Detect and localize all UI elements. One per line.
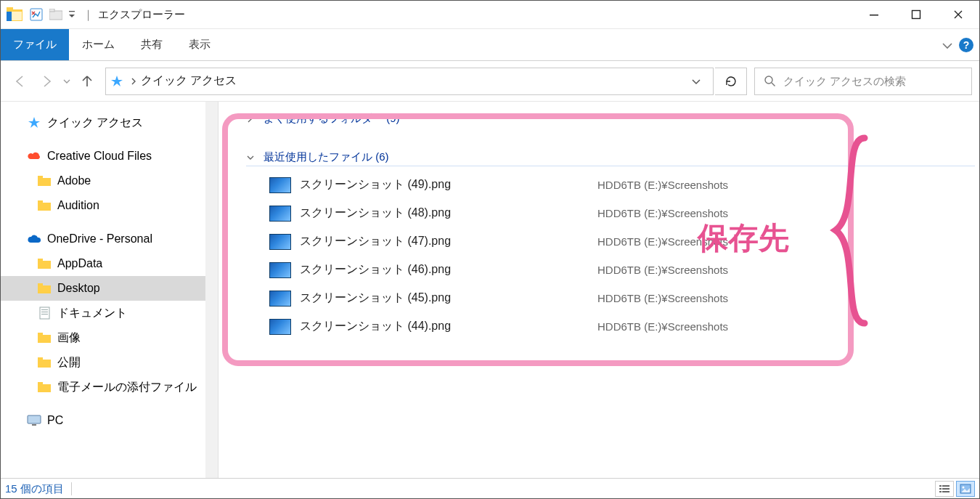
tree-pc[interactable]: PC (1, 408, 218, 433)
svg-rect-33 (939, 488, 942, 490)
svg-rect-25 (38, 360, 51, 368)
svg-rect-18 (38, 283, 43, 286)
tree-label: Creative Cloud Files (47, 150, 152, 163)
file-row[interactable]: スクリーンショット (46).pngHDD6TB (E:)¥Screenshot… (237, 256, 975, 284)
folder-icon (37, 256, 52, 271)
navigation-pane: クイック アクセス Creative Cloud Files Adobe Aud… (1, 102, 219, 478)
address-dropdown-icon[interactable] (684, 78, 709, 85)
svg-rect-14 (38, 200, 43, 203)
tree-quick-access[interactable]: クイック アクセス (1, 110, 218, 135)
svg-rect-1 (7, 7, 13, 11)
svg-rect-9 (912, 11, 920, 19)
qat-properties-icon[interactable] (28, 6, 45, 23)
star-icon (27, 115, 41, 130)
svg-point-38 (963, 487, 965, 489)
content-pane: よく使用するフォルダー (9) 最近使用したファイル (6) スクリーンショット… (219, 102, 979, 478)
address-bar[interactable]: クイック アクセス (105, 68, 714, 95)
tree-appdata[interactable]: AppData (1, 251, 218, 276)
svg-rect-17 (38, 285, 51, 293)
svg-rect-5 (49, 11, 62, 20)
tab-view[interactable]: 表示 (176, 29, 224, 60)
svg-rect-11 (38, 178, 51, 186)
search-box[interactable] (754, 68, 972, 95)
file-thumbnail-icon (269, 234, 291, 250)
file-row[interactable]: スクリーンショット (47).pngHDD6TB (E:)¥Screenshot… (237, 227, 975, 256)
svg-rect-21 (41, 312, 48, 312)
group-frequent-label: よく使用するフォルダー (9) (264, 112, 400, 126)
file-name: スクリーンショット (49).png (300, 177, 597, 192)
refresh-button[interactable] (715, 68, 747, 95)
file-row[interactable]: スクリーンショット (45).pngHDD6TB (E:)¥Screenshot… (237, 284, 975, 312)
scrollbar-thumb[interactable] (206, 103, 217, 123)
svg-rect-24 (38, 333, 43, 336)
ribbon-expand-icon[interactable] (942, 41, 953, 49)
breadcrumb-location[interactable]: クイック アクセス (141, 73, 237, 89)
svg-rect-34 (942, 488, 950, 490)
tree-label: OneDrive - Personal (47, 232, 152, 246)
tree-adobe[interactable]: Adobe (1, 169, 218, 193)
tree-pictures[interactable]: 画像 (1, 325, 218, 350)
tab-file[interactable]: ファイル (1, 29, 69, 60)
tree-documents[interactable]: ドキュメント (1, 301, 218, 325)
breadcrumb-sep-icon[interactable] (131, 77, 136, 86)
tree-creative-cloud[interactable]: Creative Cloud Files (1, 144, 218, 169)
tab-share[interactable]: 共有 (128, 29, 176, 60)
qat-dropdown-icon[interactable] (67, 6, 77, 23)
minimize-button[interactable] (853, 1, 895, 29)
search-input[interactable] (783, 75, 963, 87)
tree-label: クイック アクセス (47, 115, 143, 131)
status-bar: 15 個の項目 (1, 478, 979, 499)
folder-icon (37, 355, 52, 370)
chevron-down-icon (246, 154, 258, 161)
up-button[interactable] (75, 69, 99, 94)
folder-icon (37, 174, 52, 188)
tree-label: 画像 (57, 330, 81, 346)
tree-public[interactable]: 公開 (1, 350, 218, 375)
svg-rect-8 (870, 15, 878, 16)
group-recent-header[interactable]: 最近使用したファイル (6) (246, 147, 975, 166)
file-row[interactable]: スクリーンショット (44).pngHDD6TB (E:)¥Screenshot… (237, 312, 975, 341)
file-thumbnail-icon (269, 319, 291, 335)
help-icon[interactable]: ? (959, 38, 973, 52)
close-button[interactable] (937, 1, 979, 29)
svg-rect-7 (69, 11, 75, 12)
file-row[interactable]: スクリーンショット (48).pngHDD6TB (E:)¥Screenshot… (237, 199, 975, 227)
file-thumbnail-icon (269, 291, 291, 307)
tree-onedrive[interactable]: OneDrive - Personal (1, 227, 218, 251)
file-row[interactable]: スクリーンショット (49).pngHDD6TB (E:)¥Screenshot… (237, 171, 975, 199)
tree-email-attach[interactable]: 電子メールの添付ファイル (1, 375, 218, 399)
tab-home[interactable]: ホーム (69, 29, 128, 60)
svg-rect-16 (38, 259, 43, 261)
explorer-icon (4, 5, 25, 24)
svg-rect-19 (40, 307, 49, 319)
svg-rect-26 (38, 357, 43, 360)
file-thumbnail-icon (269, 262, 291, 278)
tree-label: ドキュメント (57, 306, 127, 321)
svg-rect-13 (38, 203, 51, 211)
file-name: スクリーンショット (45).png (300, 291, 597, 306)
group-recent-label: 最近使用したファイル (6) (264, 150, 389, 164)
view-thumbnails-button[interactable] (956, 481, 975, 497)
document-icon (37, 306, 52, 320)
file-thumbnail-icon (269, 177, 291, 193)
file-location: HDD6TB (E:)¥Screenshots (597, 292, 728, 304)
quick-access-star-icon (110, 75, 123, 88)
view-details-button[interactable] (935, 481, 954, 497)
qat-newfolder-icon[interactable] (47, 6, 65, 23)
svg-rect-22 (41, 314, 48, 315)
forward-button[interactable] (34, 69, 59, 94)
search-icon (764, 75, 776, 87)
maximize-button[interactable] (895, 1, 937, 29)
ribbon: ファイル ホーム 共有 表示 ? (1, 29, 979, 61)
back-button[interactable] (8, 69, 33, 94)
folder-icon (37, 281, 52, 296)
folder-icon (37, 198, 52, 213)
tree-audition[interactable]: Audition (1, 193, 218, 218)
svg-rect-20 (41, 309, 48, 310)
creative-cloud-icon (27, 149, 41, 163)
onedrive-icon (27, 232, 41, 246)
tree-desktop[interactable]: Desktop (1, 276, 218, 301)
group-frequent-header[interactable]: よく使用するフォルダー (9) (246, 109, 975, 129)
svg-rect-6 (49, 9, 54, 12)
history-dropdown-icon[interactable] (60, 69, 73, 94)
